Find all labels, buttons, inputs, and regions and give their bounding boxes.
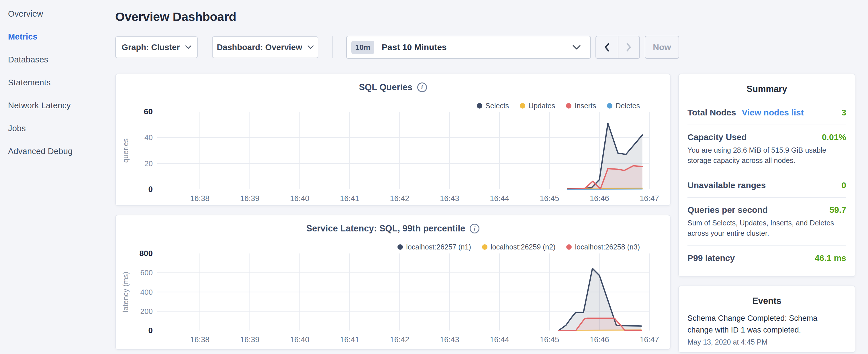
y-tick-label: 200: [141, 307, 153, 316]
x-tick-label: 16:43: [440, 335, 459, 344]
y-axis-title: latency (ms): [121, 272, 130, 313]
time-range-label: Past 10 Minutes: [382, 42, 447, 52]
summary-row-total-nodes: Total NodesView nodes list3: [687, 100, 846, 125]
x-tick-label: 16:42: [390, 194, 409, 203]
summary-row-label: Total Nodes: [687, 108, 736, 118]
summary-row-value: 0: [841, 181, 846, 190]
legend-dot-icon: [566, 103, 571, 108]
x-tick-label: 16:47: [640, 335, 659, 344]
y-axis-title: queries: [121, 138, 130, 163]
sidebar-item-jobs[interactable]: Jobs: [0, 117, 115, 140]
x-tick-label: 16:39: [240, 194, 260, 203]
event-item: Schema Change Completed: Schema change w…: [687, 313, 846, 346]
sql-queries-chart[interactable]: 16:3816:3916:4016:4116:4216:4316:4416:45…: [116, 74, 670, 205]
summary-row-value: 46.1 ms: [815, 253, 846, 263]
events-panel: Events Schema Change Completed: Schema c…: [678, 286, 856, 353]
x-tick-label: 16:41: [340, 335, 359, 344]
chart-legend: localhost:26257 (n1)localhost:26259 (n2)…: [398, 243, 640, 251]
summary-rows: Total NodesView nodes list3Capacity Used…: [687, 100, 846, 270]
y-tick-label: 0: [148, 185, 153, 194]
chevron-down-icon: [308, 45, 314, 49]
summary-row-description: Sum of Selects, Updates, Inserts, and De…: [687, 218, 846, 238]
time-range-select[interactable]: 10m Past 10 Minutes: [346, 36, 591, 59]
events-title: Events: [687, 296, 846, 306]
legend-item-localhost-26257-n1[interactable]: localhost:26257 (n1): [398, 243, 471, 251]
x-tick-label: 16:45: [540, 194, 559, 203]
x-tick-label: 16:38: [190, 335, 210, 344]
legend-item-selects[interactable]: Selects: [477, 102, 509, 110]
legend-dot-icon: [398, 244, 403, 250]
sidebar-item-network-latency[interactable]: Network Latency: [0, 94, 115, 117]
view-nodes-link[interactable]: View nodes list: [742, 108, 804, 118]
service-latency-chart[interactable]: 16:3816:3916:4016:4116:4216:4316:4416:45…: [116, 215, 670, 349]
x-tick-label: 16:47: [640, 194, 659, 203]
legend-label: Selects: [486, 102, 509, 110]
time-range-next-button[interactable]: [618, 36, 640, 58]
sidebar: OverviewMetricsDatabasesStatementsNetwor…: [0, 2, 115, 163]
summary-row-p99-latency: P99 latency46.1 ms: [687, 246, 846, 270]
sidebar-item-databases[interactable]: Databases: [0, 48, 115, 71]
summary-title: Summary: [687, 84, 846, 94]
x-tick-label: 16:45: [540, 335, 559, 344]
x-tick-label: 16:40: [290, 335, 309, 344]
legend-item-inserts[interactable]: Inserts: [566, 102, 596, 110]
legend-label: localhost:26257 (n1): [406, 243, 471, 251]
legend-item-updates[interactable]: Updates: [520, 102, 555, 110]
sidebar-item-advanced-debug[interactable]: Advanced Debug: [0, 140, 115, 163]
summary-row-label: Unavailable ranges: [687, 181, 766, 190]
time-range-arrows: [595, 36, 640, 59]
time-range-prev-button[interactable]: [596, 36, 618, 58]
sidebar-item-metrics[interactable]: Metrics: [0, 25, 115, 48]
legend-dot-icon: [607, 103, 612, 108]
legend-item-deletes[interactable]: Deletes: [607, 102, 640, 110]
dashboard-dropdown-label: Dashboard: Overview: [217, 43, 302, 52]
sql-queries-chart-card: SQL Queries i SelectsUpdatesInsertsDelet…: [115, 74, 671, 206]
graph-scope-dropdown-label: Graph: Cluster: [122, 43, 180, 52]
y-tick-label: 600: [141, 268, 153, 277]
x-tick-label: 16:46: [590, 335, 609, 344]
summary-row-value: 3: [841, 108, 846, 118]
now-button[interactable]: Now: [645, 36, 679, 59]
y-tick-label: 400: [141, 288, 153, 296]
sidebar-item-overview[interactable]: Overview: [0, 2, 115, 25]
legend-label: localhost:26258 (n3): [575, 243, 640, 251]
y-tick-label: 20: [145, 159, 153, 168]
x-tick-label: 16:42: [390, 335, 409, 344]
summary-row-value: 59.7: [830, 205, 846, 215]
legend-dot-icon: [520, 103, 525, 108]
info-icon[interactable]: i: [470, 224, 479, 233]
chart-title: SQL Queries: [359, 82, 412, 93]
x-tick-label: 16:38: [190, 194, 210, 203]
x-tick-label: 16:43: [440, 194, 459, 203]
x-tick-label: 16:39: [240, 335, 260, 344]
summary-panel: Summary Total NodesView nodes list3Capac…: [678, 74, 856, 277]
graph-scope-dropdown[interactable]: Graph: Cluster: [115, 36, 198, 58]
x-tick-label: 16:44: [490, 194, 509, 203]
toolbar-divider: [333, 36, 333, 58]
y-tick-label: 800: [139, 249, 153, 258]
x-tick-label: 16:44: [490, 335, 509, 344]
dashboard-dropdown[interactable]: Dashboard: Overview: [212, 36, 318, 58]
summary-row-label: Queries per second: [687, 205, 768, 215]
chevron-left-icon: [604, 43, 610, 52]
summary-row-capacity-used: Capacity Used0.01%You are using 28.6 MiB…: [687, 125, 846, 173]
y-tick-label: 60: [144, 107, 153, 116]
chart-legend: SelectsUpdatesInsertsDeletes: [477, 102, 640, 110]
legend-label: Updates: [528, 102, 555, 110]
x-tick-label: 16:46: [590, 194, 609, 203]
legend-dot-icon: [477, 103, 482, 108]
summary-row-label: P99 latency: [687, 253, 735, 263]
summary-row-value: 0.01%: [822, 132, 846, 142]
sidebar-item-statements[interactable]: Statements: [0, 71, 115, 94]
x-tick-label: 16:41: [340, 194, 359, 203]
info-icon[interactable]: i: [417, 83, 427, 92]
y-tick-label: 40: [145, 133, 153, 142]
legend-dot-icon: [482, 244, 488, 250]
legend-label: localhost:26259 (n2): [491, 243, 556, 251]
legend-label: Inserts: [575, 102, 596, 110]
legend-item-localhost-26259-n2[interactable]: localhost:26259 (n2): [482, 243, 556, 251]
y-tick-label: 0: [148, 326, 153, 335]
events-list: Schema Change Completed: Schema change w…: [687, 313, 846, 346]
legend-item-localhost-26258-n3[interactable]: localhost:26258 (n3): [566, 243, 640, 251]
summary-row-unavailable-ranges: Unavailable ranges0: [687, 173, 846, 197]
